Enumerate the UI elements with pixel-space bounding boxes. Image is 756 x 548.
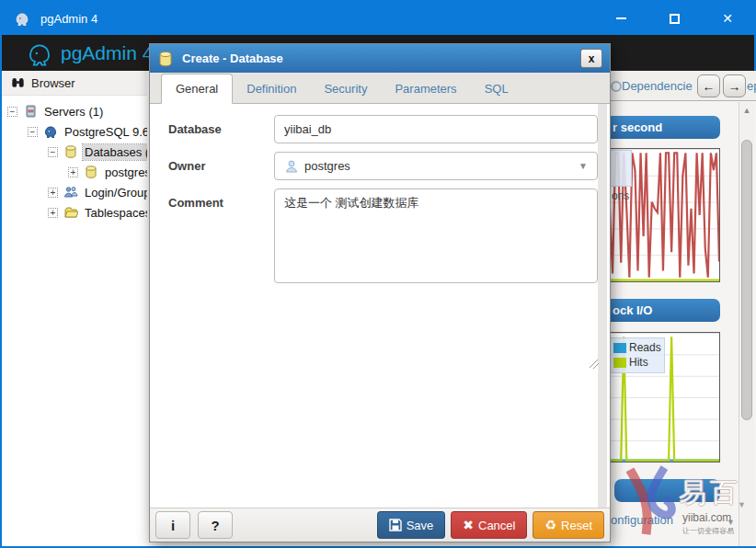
group-icon: [63, 185, 78, 200]
collapse-minus-icon[interactable]: −: [7, 107, 17, 117]
tree-item-tablespaces[interactable]: +Tablespaces: [2, 202, 147, 223]
server-configuration-link[interactable]: onfiguration: [611, 513, 673, 527]
tab-general[interactable]: General: [161, 74, 233, 104]
block-io-chart-title: ock I/O: [613, 303, 652, 317]
close-window-button[interactable]: ✕: [701, 2, 754, 35]
tree-item-label: Servers (1): [42, 104, 105, 120]
comment-label: Comment: [168, 188, 274, 283]
cancel-button[interactable]: ✖ Cancel: [451, 511, 527, 539]
dashboard-scrollbar[interactable]: ▲: [739, 102, 754, 546]
transactions-chart-title: r second: [613, 120, 662, 134]
tree-item-label: Databases (: [83, 144, 147, 160]
browser-panel-header: Browser: [2, 71, 147, 96]
close-icon: ✕: [722, 12, 733, 25]
block-io-chart: Reads Hits: [609, 332, 720, 462]
tree-item-login-group-roles[interactable]: +Login/Group: [2, 182, 147, 202]
server-config-header: [614, 479, 720, 502]
recycle-icon: ♻: [544, 519, 556, 531]
save-button[interactable]: Save: [377, 511, 446, 539]
expand-plus-icon[interactable]: +: [48, 188, 58, 198]
database-cylinder-icon: [157, 51, 174, 67]
maximize-button[interactable]: [647, 2, 701, 35]
minimize-icon: [616, 17, 626, 19]
server-icon: [23, 104, 38, 119]
dialog-close-button[interactable]: x: [580, 49, 602, 68]
transactions-legend: [609, 150, 632, 187]
reset-button[interactable]: ♻ Reset: [533, 511, 604, 539]
create-database-dialog: Create - Database x GeneralDefinitionSec…: [149, 43, 611, 542]
tree-item-servers[interactable]: −Servers (1): [2, 101, 147, 121]
reset-button-label: Reset: [561, 519, 592, 532]
collapse-minus-icon[interactable]: −: [28, 127, 38, 137]
arrow-right-icon: →: [728, 79, 741, 94]
browser-panel-title: Browser: [31, 76, 75, 90]
hits-legend-label: Hits: [629, 356, 648, 369]
cancel-button-label: Cancel: [478, 519, 515, 532]
floppy-disk-icon: [389, 519, 402, 531]
tab-parameters[interactable]: Parameters: [381, 74, 470, 103]
tab-dependencies[interactable]: Dependencie: [622, 79, 693, 93]
window-title: pgAdmin 4: [40, 12, 97, 26]
tab-dependents[interactable]: ep: [747, 79, 756, 93]
tree-item-label: postgres: [103, 165, 147, 180]
pgadmin-elephant-icon: [13, 9, 31, 28]
brand-title: pgAdmin 4: [61, 42, 153, 64]
statistics-tab-icon: [611, 81, 622, 92]
user-icon: [284, 159, 299, 174]
save-button-label: Save: [407, 519, 434, 532]
maximize-icon: [670, 14, 680, 24]
reads-swatch: [613, 343, 626, 353]
object-browser-tree: −Servers (1)−PostgreSQL 9.6−Databases (+…: [2, 96, 147, 223]
scroll-tabs-left-button[interactable]: ←: [697, 74, 720, 97]
tree-item-label: PostgreSQL 9.6: [63, 124, 147, 140]
dialog-scroll-gutter: [598, 104, 607, 508]
database-icon: [63, 144, 78, 159]
browser-panel: Browser −Servers (1)−PostgreSQL 9.6−Data…: [2, 71, 147, 546]
help-button[interactable]: ?: [198, 511, 233, 539]
scroll-up-arrow-icon[interactable]: ▲: [739, 106, 754, 115]
dialog-title: Create - Database: [182, 51, 283, 65]
database-label: Database: [168, 115, 274, 143]
tab-security[interactable]: Security: [310, 74, 381, 103]
owner-label: Owner: [168, 152, 274, 180]
sql-info-button[interactable]: i: [155, 511, 190, 539]
scrollbar-thumb[interactable]: [741, 140, 752, 420]
minimize-button[interactable]: [594, 2, 647, 35]
expand-plus-icon[interactable]: +: [48, 208, 58, 218]
tree-item-label: Login/Group: [83, 185, 147, 200]
expand-plus-icon[interactable]: +: [68, 167, 78, 177]
database-name-input[interactable]: [274, 115, 598, 143]
owner-selected-value: postgres: [304, 159, 350, 173]
dialog-footer: i ? Save ✖ Cancel ♻ Reset: [150, 508, 610, 542]
tree-item-databases[interactable]: −Databases (: [2, 142, 147, 162]
dropdown-caret-icon: ▼: [578, 161, 588, 171]
tab-definition[interactable]: Definition: [233, 74, 310, 103]
dialog-titlebar[interactable]: Create - Database x: [150, 44, 610, 73]
tree-item-postgres-db[interactable]: +postgres: [2, 162, 147, 182]
dialog-tab-bar: GeneralDefinitionSecurityParametersSQL: [150, 73, 610, 104]
transactions-chart-header: r second: [609, 116, 720, 139]
block-io-chart-header: ock I/O: [609, 299, 720, 322]
cancel-x-icon: ✖: [463, 519, 474, 531]
dashboard-panel: Dependencie ← → ep r second ons ock I/O …: [609, 71, 756, 546]
owner-select[interactable]: postgres ▼: [274, 152, 598, 180]
transactions-per-second-chart: ons: [609, 148, 720, 282]
block-io-legend: Reads Hits: [609, 337, 665, 373]
hits-swatch: [613, 358, 626, 368]
binoculars-icon: [11, 76, 25, 89]
collapse-minus-icon[interactable]: −: [48, 147, 58, 157]
reads-legend-label: Reads: [629, 341, 661, 354]
comment-textarea[interactable]: 这是一个 测试创建数据库: [274, 188, 598, 283]
tree-item-postgresql-96[interactable]: −PostgreSQL 9.6: [2, 121, 147, 142]
dialog-body: Database Owner postgres ▼ Comment 这是一个 测…: [150, 104, 610, 508]
postgres-elephant-icon: [43, 124, 58, 139]
scroll-tabs-right-button[interactable]: →: [723, 74, 746, 97]
transactions-legend-label: ons: [612, 189, 629, 202]
app-window: pgAdmin 4 ✕ pgAdmin 4 Browser −S: [0, 0, 756, 548]
tab-sql[interactable]: SQL: [471, 74, 522, 103]
caret-down-icon: ▼: [727, 518, 735, 527]
tablespace-icon: [63, 205, 78, 220]
properties-tab-bar: Dependencie ← → ep: [609, 71, 756, 101]
pgadmin-brand: pgAdmin 4: [26, 40, 153, 67]
arrow-left-icon: ←: [703, 79, 716, 94]
